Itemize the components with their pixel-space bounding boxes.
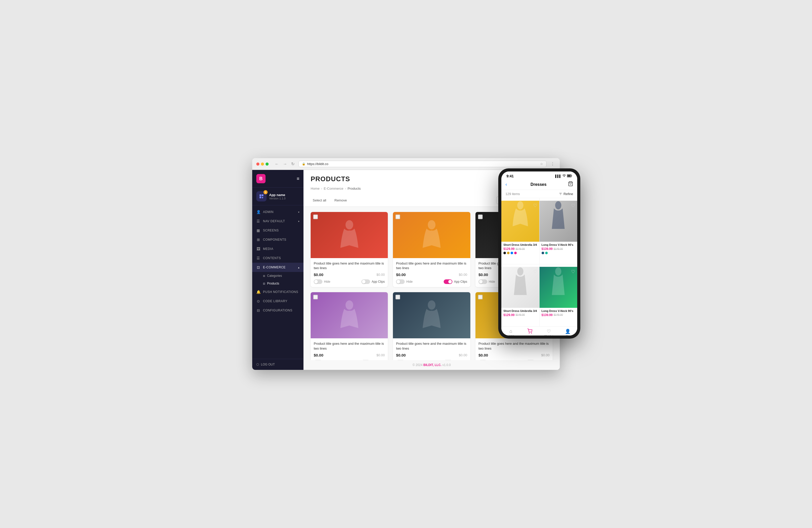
app-clips-toggle[interactable] [526,360,535,360]
phone-nav-wishlist[interactable]: ♡ Wishlist [539,328,558,336]
sidebar-item-media[interactable]: 🖼 MEDIA [252,244,303,253]
reload-button[interactable]: ↻ [290,161,295,167]
app-clips-toggle[interactable] [361,279,370,284]
sidebar-header: B ≡ [252,170,303,188]
maximize-dot[interactable] [265,162,269,165]
refine-button[interactable]: Refine [559,192,573,196]
heart-icon[interactable]: ♡ [533,269,537,275]
phone-product-original-price: $149.00 [554,248,563,250]
color-swatch[interactable] [511,252,513,254]
sidebar-item-code-library[interactable]: ⊙ CODE LIBRARY [252,296,303,306]
product-checkbox[interactable] [395,295,400,299]
phone-nav-home[interactable]: ⌂ Home [501,328,520,336]
product-image-wrapper [311,292,388,338]
url-bar[interactable]: 🔒 https://bildit.co ☆ [299,161,547,167]
sidebar-item-push-notifications[interactable]: 🔔 PUSH NOTIFICATIONS [252,287,303,296]
hide-toggle[interactable] [314,279,322,284]
hide-toggle[interactable] [479,279,487,284]
hide-toggle[interactable] [396,360,405,360]
phone-back-button[interactable]: ‹ [505,182,507,187]
heart-icon[interactable]: ♡ [571,269,575,275]
app-name: App name [269,193,286,197]
product-price: $0.00 [396,353,406,357]
phone-nav-me[interactable]: 👤 Me [558,328,577,336]
product-checkbox[interactable] [395,215,400,219]
items-count: 129 items [505,192,520,196]
config-icon: ⊟ [256,308,260,312]
product-original-price: $0.00 [459,353,467,357]
phone-header-title: Dresses [509,182,568,187]
sidebar-item-components[interactable]: ⊞ COMPONENTS [252,235,303,244]
product-checkbox[interactable] [313,215,318,219]
phone-screen: 9:41 ▌▌▌ [501,172,577,336]
sidebar-item-label: CONFIGURATIONS [263,309,292,312]
chevron-down-icon: ▾ [298,220,300,223]
app-clips-label: App Clips [372,280,385,283]
minimize-dot[interactable] [261,162,264,165]
wishlist-icon: ♡ [547,328,551,334]
select-all-button[interactable]: Select all [311,197,328,203]
svg-rect-8 [571,175,572,176]
app-clips-toggle[interactable] [361,360,370,360]
breadcrumb-ecommerce[interactable]: E-Commerce [324,187,344,190]
svg-rect-7 [567,175,571,177]
sidebar-item-ecommerce[interactable]: ⊡ E-COMMERCE ▴ [252,263,303,272]
hide-toggle[interactable] [314,360,322,360]
color-swatch[interactable] [514,252,517,254]
remove-button[interactable]: Remove [332,197,349,203]
back-button[interactable]: ← [274,161,280,167]
phone-color-swatches [541,252,576,254]
phone-cart-button[interactable] [568,181,573,188]
lock-icon: 🔒 [302,162,306,165]
code-icon: ⊙ [256,299,260,303]
svg-point-16 [555,267,561,276]
sidebar-item-screens[interactable]: ▦ SCREENS [252,226,303,235]
product-title: Product title goes here and the maximum … [479,341,550,351]
phone-nav-shop[interactable]: Shop [520,328,539,336]
phone-color-swatches [503,252,537,254]
app-version: Version 1.1.0 [269,197,286,200]
hamburger-button[interactable]: ≡ [296,176,299,181]
sidebar-item-configurations[interactable]: ⊟ CONFIGURATIONS [252,306,303,315]
phone-product-image: ♡ [539,201,578,242]
product-checkbox[interactable] [313,295,318,299]
browser-dots [256,162,269,165]
color-swatch[interactable] [545,252,548,254]
sidebar-item-label: E-COMMERCE [263,266,286,269]
heart-icon[interactable]: ♡ [571,203,575,208]
nav-default-icon: ☰ [256,219,260,223]
browser-menu-button[interactable]: ⋮ [550,161,556,167]
color-swatch[interactable] [507,252,510,254]
phone-product-original-price: $149.00 [554,313,563,316]
table-row: Product title goes here and the maximum … [393,292,470,360]
app-clips-toggle[interactable] [444,279,452,284]
breadcrumb-home[interactable]: Home [311,187,320,190]
list-item: ♡ Short Dress Umbrella 3/4 $129.99 $149.… [501,264,539,326]
product-checkbox[interactable] [478,215,483,219]
sidebar-item-products[interactable]: ⊡ Products [252,280,303,287]
sidebar-item-categories[interactable]: ⊞ Categories [252,272,303,280]
sidebar-item-admin[interactable]: 👤 ADMIN ▾ [252,207,303,217]
sidebar: B ≡ 1 App name Version 1.1.0 [252,170,303,370]
logout-button[interactable]: ⬡ LOG OUT [256,363,299,366]
color-swatch[interactable] [541,252,544,254]
sidebar-item-nav-default[interactable]: ☰ NAV DEFAULT ▾ [252,217,303,226]
phone-nav-label: Wishlist [545,335,553,336]
bookmark-icon[interactable]: ☆ [540,162,543,166]
heart-icon[interactable]: ♡ [533,203,537,208]
forward-button[interactable]: → [282,161,288,167]
hide-toggle[interactable] [479,360,487,360]
sidebar-app-text: App name Version 1.1.0 [269,193,286,200]
close-dot[interactable] [256,162,259,165]
product-checkbox[interactable] [478,295,483,299]
hide-toggle[interactable] [396,279,405,284]
signal-icon: ▌▌▌ [555,175,561,178]
sidebar-item-contents[interactable]: ☰ CONTENTS [252,253,303,263]
app-clips-toggle[interactable] [444,360,452,360]
product-image-wrapper [311,212,388,258]
color-swatch[interactable] [503,252,506,254]
hide-label: Hide [406,280,413,283]
avatar: 1 [256,191,266,202]
product-info: Product title goes here and the maximum … [393,338,470,360]
product-original-price: $0.00 [377,353,385,357]
